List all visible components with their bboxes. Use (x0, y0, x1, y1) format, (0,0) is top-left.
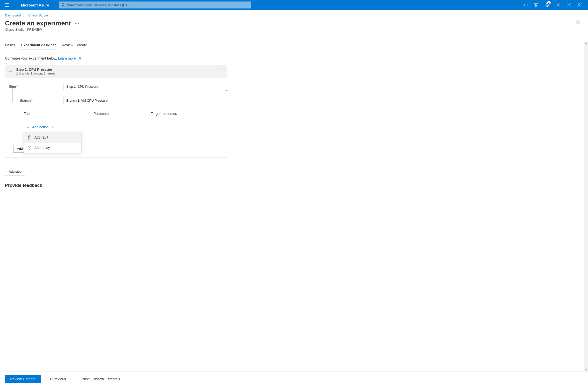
svg-point-6 (75, 23, 76, 24)
notifications-icon[interactable]: 2 (542, 0, 552, 10)
feedback-icon[interactable] (575, 0, 585, 10)
svg-point-3 (558, 4, 559, 6)
search-icon (62, 3, 65, 7)
settings-icon[interactable] (553, 0, 563, 10)
breadcrumb-link[interactable]: Chaos Studio (28, 13, 48, 17)
page-subtitle: Chaos Studio | PREVIEW (5, 28, 71, 31)
help-icon[interactable] (564, 0, 574, 10)
svg-point-5 (579, 3, 580, 5)
svg-point-8 (78, 23, 79, 24)
svg-point-7 (77, 23, 77, 24)
close-icon[interactable] (573, 19, 583, 25)
directory-filter-icon[interactable] (531, 0, 541, 10)
breadcrumb-link[interactable]: Dashboard (5, 13, 21, 17)
page-title: Create an experiment (5, 19, 71, 27)
svg-rect-2 (523, 3, 527, 7)
page-header: Create an experiment Chaos Studio | PREV… (0, 19, 588, 33)
brand-label[interactable]: Microsoft Azure (21, 3, 49, 7)
chevron-right-icon: 〉 (50, 14, 53, 17)
hamburger-menu-icon[interactable] (3, 1, 11, 9)
header-icons: 2 (520, 0, 585, 10)
global-search[interactable] (59, 1, 251, 8)
notification-badge: 2 (547, 1, 551, 4)
more-icon[interactable] (75, 23, 79, 24)
svg-point-0 (62, 3, 64, 6)
cloud-shell-icon[interactable] (520, 0, 530, 10)
breadcrumb: Dashboard 〉 Chaos Studio 〉 (0, 10, 588, 19)
svg-point-4 (567, 3, 571, 7)
top-header: Microsoft Azure 2 (0, 0, 588, 10)
svg-line-1 (64, 5, 65, 6)
global-search-input[interactable] (67, 3, 249, 7)
chevron-right-icon: 〉 (23, 14, 26, 17)
